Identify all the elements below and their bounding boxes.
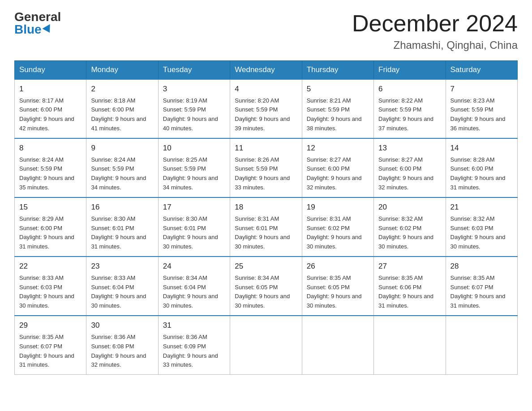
calendar-day-cell: 30 Sunrise: 8:36 AMSunset: 6:08 PMDaylig…	[86, 316, 158, 375]
day-number: 10	[163, 142, 225, 154]
day-info: Sunrise: 8:36 AMSunset: 6:08 PMDaylight:…	[91, 334, 146, 368]
day-info: Sunrise: 8:33 AMSunset: 6:03 PMDaylight:…	[19, 274, 74, 309]
calendar-day-cell	[302, 316, 373, 375]
day-number: 8	[19, 142, 82, 154]
calendar-day-cell: 11 Sunrise: 8:26 AMSunset: 5:59 PMDaylig…	[230, 138, 302, 197]
day-info: Sunrise: 8:26 AMSunset: 5:59 PMDaylight:…	[235, 156, 290, 191]
calendar-day-cell: 31 Sunrise: 8:36 AMSunset: 6:09 PMDaylig…	[158, 316, 230, 375]
day-number: 31	[163, 320, 225, 331]
day-number: 16	[91, 201, 153, 213]
calendar-day-cell: 8 Sunrise: 8:24 AMSunset: 5:59 PMDayligh…	[15, 138, 86, 197]
calendar-week-row: 15 Sunrise: 8:29 AMSunset: 6:00 PMDaylig…	[15, 197, 518, 257]
day-number: 14	[450, 142, 513, 154]
day-number: 25	[235, 261, 297, 272]
day-info: Sunrise: 8:35 AMSunset: 6:07 PMDaylight:…	[450, 274, 506, 309]
day-info: Sunrise: 8:24 AMSunset: 5:59 PMDaylight:…	[19, 156, 74, 191]
day-number: 21	[450, 201, 513, 213]
calendar-day-cell: 14 Sunrise: 8:28 AMSunset: 6:00 PMDaylig…	[446, 138, 517, 197]
day-number: 18	[235, 201, 297, 213]
calendar-day-cell: 13 Sunrise: 8:27 AMSunset: 6:00 PMDaylig…	[374, 138, 446, 197]
calendar-day-cell: 1 Sunrise: 8:17 AMSunset: 6:00 PMDayligh…	[15, 79, 86, 138]
calendar-day-header: Wednesday	[230, 61, 302, 80]
calendar-day-header: Tuesday	[158, 61, 230, 80]
day-info: Sunrise: 8:18 AMSunset: 6:00 PMDaylight:…	[91, 97, 146, 132]
day-info: Sunrise: 8:36 AMSunset: 6:09 PMDaylight:…	[163, 334, 218, 368]
calendar-day-cell: 25 Sunrise: 8:34 AMSunset: 6:05 PMDaylig…	[230, 257, 302, 316]
calendar-day-cell: 3 Sunrise: 8:19 AMSunset: 5:59 PMDayligh…	[158, 79, 230, 138]
calendar-day-cell: 6 Sunrise: 8:22 AMSunset: 5:59 PMDayligh…	[374, 79, 446, 138]
calendar-day-cell: 29 Sunrise: 8:35 AMSunset: 6:07 PMDaylig…	[15, 316, 86, 375]
day-info: Sunrise: 8:27 AMSunset: 6:00 PMDaylight:…	[378, 156, 433, 191]
day-number: 29	[19, 320, 82, 331]
day-number: 17	[163, 201, 225, 213]
day-info: Sunrise: 8:33 AMSunset: 6:04 PMDaylight:…	[91, 274, 146, 309]
calendar-day-cell	[446, 316, 517, 375]
calendar-day-header: Thursday	[302, 61, 373, 80]
calendar-day-cell: 4 Sunrise: 8:20 AMSunset: 5:59 PMDayligh…	[230, 79, 302, 138]
day-number: 7	[450, 83, 513, 95]
calendar-table: SundayMondayTuesdayWednesdayThursdayFrid…	[14, 60, 518, 375]
location-text: Zhamashi, Qinghai, China	[352, 39, 518, 51]
calendar-day-cell: 2 Sunrise: 8:18 AMSunset: 6:00 PMDayligh…	[86, 79, 158, 138]
day-number: 20	[378, 201, 441, 213]
day-number: 4	[235, 83, 297, 95]
logo: General Blue	[14, 11, 61, 36]
calendar-day-cell: 7 Sunrise: 8:23 AMSunset: 5:59 PMDayligh…	[446, 79, 517, 138]
day-number: 30	[91, 320, 153, 331]
calendar-day-cell: 19 Sunrise: 8:31 AMSunset: 6:02 PMDaylig…	[302, 197, 373, 257]
day-info: Sunrise: 8:24 AMSunset: 5:59 PMDaylight:…	[91, 156, 146, 191]
calendar-day-cell: 20 Sunrise: 8:32 AMSunset: 6:02 PMDaylig…	[374, 197, 446, 257]
calendar-day-header: Saturday	[446, 61, 517, 80]
day-info: Sunrise: 8:29 AMSunset: 6:00 PMDaylight:…	[19, 215, 74, 250]
day-number: 1	[19, 83, 82, 95]
day-number: 12	[307, 142, 369, 154]
calendar-day-cell: 9 Sunrise: 8:24 AMSunset: 5:59 PMDayligh…	[86, 138, 158, 197]
calendar-day-cell: 12 Sunrise: 8:27 AMSunset: 6:00 PMDaylig…	[302, 138, 373, 197]
calendar-day-cell: 5 Sunrise: 8:21 AMSunset: 5:59 PMDayligh…	[302, 79, 373, 138]
day-number: 23	[91, 261, 153, 272]
calendar-day-header: Sunday	[15, 61, 86, 80]
calendar-week-row: 29 Sunrise: 8:35 AMSunset: 6:07 PMDaylig…	[15, 316, 518, 375]
day-number: 22	[19, 261, 82, 272]
calendar-day-cell: 27 Sunrise: 8:35 AMSunset: 6:06 PMDaylig…	[374, 257, 446, 316]
calendar-day-cell: 21 Sunrise: 8:32 AMSunset: 6:03 PMDaylig…	[446, 197, 517, 257]
day-info: Sunrise: 8:32 AMSunset: 6:03 PMDaylight:…	[450, 215, 506, 250]
day-info: Sunrise: 8:21 AMSunset: 5:59 PMDaylight:…	[307, 97, 362, 132]
calendar-day-cell: 28 Sunrise: 8:35 AMSunset: 6:07 PMDaylig…	[446, 257, 517, 316]
calendar-week-row: 1 Sunrise: 8:17 AMSunset: 6:00 PMDayligh…	[15, 79, 518, 138]
day-number: 6	[378, 83, 441, 95]
day-info: Sunrise: 8:35 AMSunset: 6:07 PMDaylight:…	[19, 334, 74, 368]
title-section: December 2024 Zhamashi, Qinghai, China	[352, 11, 518, 51]
day-number: 24	[163, 261, 225, 272]
day-number: 26	[307, 261, 369, 272]
day-info: Sunrise: 8:22 AMSunset: 5:59 PMDaylight:…	[378, 97, 433, 132]
day-info: Sunrise: 8:28 AMSunset: 6:00 PMDaylight:…	[450, 156, 506, 191]
day-number: 11	[235, 142, 297, 154]
day-number: 5	[307, 83, 369, 95]
day-info: Sunrise: 8:35 AMSunset: 6:06 PMDaylight:…	[378, 274, 433, 309]
day-info: Sunrise: 8:31 AMSunset: 6:02 PMDaylight:…	[307, 215, 362, 250]
day-number: 15	[19, 201, 82, 213]
day-info: Sunrise: 8:20 AMSunset: 5:59 PMDaylight:…	[235, 97, 290, 132]
calendar-day-cell: 22 Sunrise: 8:33 AMSunset: 6:03 PMDaylig…	[15, 257, 86, 316]
calendar-day-cell: 24 Sunrise: 8:34 AMSunset: 6:04 PMDaylig…	[158, 257, 230, 316]
calendar-day-header: Friday	[374, 61, 446, 80]
calendar-day-cell: 15 Sunrise: 8:29 AMSunset: 6:00 PMDaylig…	[15, 197, 86, 257]
day-number: 28	[450, 261, 513, 272]
calendar-day-cell: 18 Sunrise: 8:31 AMSunset: 6:01 PMDaylig…	[230, 197, 302, 257]
day-number: 2	[91, 83, 153, 95]
day-info: Sunrise: 8:19 AMSunset: 5:59 PMDaylight:…	[163, 97, 218, 132]
calendar-week-row: 22 Sunrise: 8:33 AMSunset: 6:03 PMDaylig…	[15, 257, 518, 316]
calendar-day-cell: 16 Sunrise: 8:30 AMSunset: 6:01 PMDaylig…	[86, 197, 158, 257]
calendar-day-cell: 26 Sunrise: 8:35 AMSunset: 6:05 PMDaylig…	[302, 257, 373, 316]
month-title: December 2024	[352, 11, 518, 36]
calendar-week-row: 8 Sunrise: 8:24 AMSunset: 5:59 PMDayligh…	[15, 138, 518, 197]
day-info: Sunrise: 8:30 AMSunset: 6:01 PMDaylight:…	[91, 215, 146, 250]
calendar-day-cell	[230, 316, 302, 375]
day-info: Sunrise: 8:32 AMSunset: 6:02 PMDaylight:…	[378, 215, 433, 250]
day-info: Sunrise: 8:30 AMSunset: 6:01 PMDaylight:…	[163, 215, 218, 250]
day-number: 13	[378, 142, 441, 154]
day-number: 19	[307, 201, 369, 213]
calendar-header-row: SundayMondayTuesdayWednesdayThursdayFrid…	[15, 61, 518, 80]
day-info: Sunrise: 8:23 AMSunset: 5:59 PMDaylight:…	[450, 97, 506, 132]
